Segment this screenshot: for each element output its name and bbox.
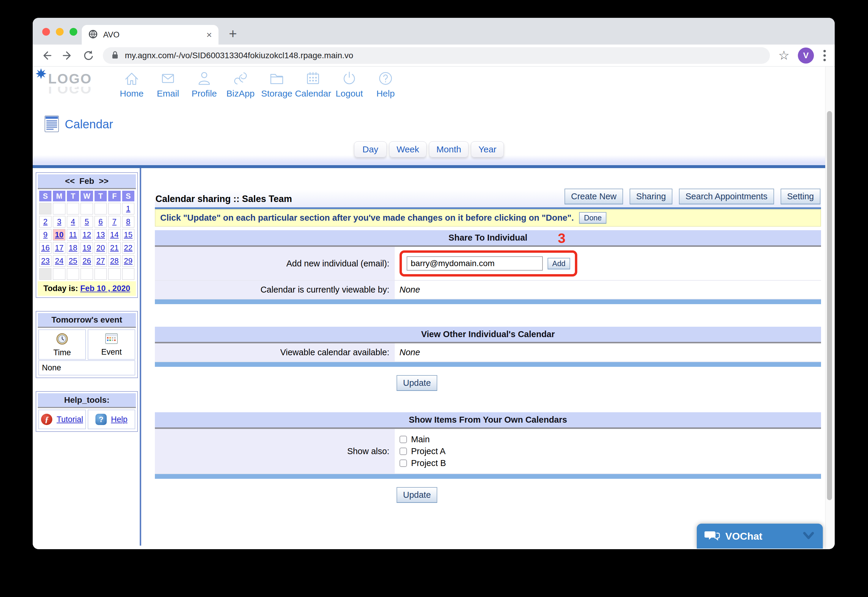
calendar-day-cell: 25 (67, 255, 79, 267)
close-window-button[interactable] (42, 28, 50, 36)
viewable-available-value: None (395, 343, 821, 361)
done-button[interactable]: Done (579, 212, 606, 224)
calendar-day-cell: 13 (95, 229, 107, 241)
calendar-day-link[interactable]: 22 (124, 243, 133, 252)
nav-item-label: Storage (261, 89, 292, 99)
next-month-button[interactable]: >> (99, 177, 109, 186)
email-input[interactable] (406, 256, 543, 270)
sharing-button[interactable]: Sharing (630, 189, 672, 204)
calendar-day-link[interactable]: 21 (110, 243, 119, 252)
calendar-day-link[interactable]: 3 (57, 217, 61, 226)
calendar-day-cell: 2 (39, 216, 51, 227)
tab-day[interactable]: Day (354, 141, 387, 157)
calendar-day-link[interactable]: 23 (41, 256, 50, 265)
notice-text: Click "Update" on each particular sectio… (160, 213, 574, 223)
calendar-day-link[interactable]: 17 (55, 243, 64, 252)
help-link[interactable]: Help (111, 415, 128, 424)
calendar-day-cell: 10 (53, 229, 65, 241)
tutorial-link[interactable]: Tutorial (57, 415, 83, 424)
help-badge-icon: ? (95, 414, 107, 425)
tab-week[interactable]: Week (389, 141, 427, 157)
calendar-empty-cell (80, 203, 93, 214)
browser-menu-kebab-icon[interactable] (822, 49, 827, 62)
vochat-widget[interactable]: VOChat (697, 524, 823, 549)
update-view-section-button[interactable]: Update (396, 375, 438, 391)
calendar-day-link[interactable]: 14 (110, 230, 119, 239)
forward-icon[interactable] (61, 49, 74, 62)
chevron-down-icon[interactable] (802, 531, 815, 542)
calendar-day-link[interactable]: 29 (124, 256, 133, 265)
update-show-section-button[interactable]: Update (396, 487, 438, 503)
calendar-day-link[interactable]: 7 (112, 217, 116, 226)
calendar-day-link[interactable]: 5 (85, 217, 89, 226)
today-link[interactable]: Feb 10 , 2020 (80, 284, 130, 293)
tab-month[interactable]: Month (429, 141, 469, 157)
calendar-day-link[interactable]: 13 (96, 230, 105, 239)
calendar-day-link[interactable]: 25 (68, 256, 77, 265)
calendar-week-row: 9101112131415 (39, 229, 134, 241)
calendar-day-link[interactable]: 9 (43, 230, 47, 239)
calendar-day-link[interactable]: 18 (68, 243, 77, 252)
add-button[interactable]: Add (548, 258, 570, 269)
checkbox-icon[interactable] (399, 436, 407, 443)
calendar-day-cell: 23 (39, 255, 51, 267)
calendar-day-link[interactable]: 1 (126, 204, 130, 213)
nav-item-profile[interactable]: Profile (186, 70, 222, 99)
zoom-window-button[interactable] (70, 28, 77, 36)
url-bar[interactable]: my.agnx.com/-/vo/SID600313304fokiuzokcl1… (103, 47, 770, 64)
calendar-day-link[interactable]: 2 (43, 217, 47, 226)
calendar-day-link[interactable]: 16 (41, 243, 50, 252)
show-option-project-b[interactable]: Project B (399, 457, 446, 469)
nav-item-bizapp[interactable]: BizApp (222, 70, 259, 99)
nav-item-logout[interactable]: Logout (331, 70, 368, 99)
browser-tab[interactable]: AVO × (82, 25, 219, 45)
show-option-main[interactable]: Main (399, 434, 446, 445)
nav-item-storage[interactable]: Storage (259, 70, 295, 99)
checkbox-icon[interactable] (399, 448, 407, 455)
tab-year[interactable]: Year (471, 141, 504, 157)
calendar-day-link[interactable]: 26 (83, 256, 91, 265)
tomorrow-event-cell: Event (88, 330, 135, 360)
address-bar-row: my.agnx.com/-/vo/SID600313304fokiuzokcl1… (33, 45, 835, 67)
create-new-button[interactable]: Create New (564, 189, 623, 204)
scrollbar-track[interactable] (825, 67, 833, 549)
back-icon[interactable] (40, 49, 53, 62)
checkbox-icon[interactable] (399, 459, 407, 467)
profile-avatar[interactable]: V (798, 48, 814, 64)
nav-item-email[interactable]: Email (150, 70, 186, 99)
prev-month-button[interactable]: << (65, 177, 75, 186)
calendar-day-link[interactable]: 19 (83, 243, 91, 252)
minimize-window-button[interactable] (56, 28, 64, 36)
calendar-day-link[interactable]: 20 (96, 243, 105, 252)
calendar-day-link[interactable]: 27 (96, 256, 105, 265)
calendar-day-link[interactable]: 28 (110, 256, 119, 265)
add-individual-label: Add new individual (email): (155, 247, 395, 280)
calendar-day-link[interactable]: 12 (83, 230, 91, 239)
calendar-empty-cell (53, 268, 65, 280)
calendar-day-link[interactable]: 15 (124, 230, 133, 239)
calendar-day-link[interactable]: 24 (55, 256, 64, 265)
bookmark-star-icon[interactable]: ☆ (778, 49, 789, 62)
calendar-day-link[interactable]: 4 (71, 217, 75, 226)
nav-item-help[interactable]: Help (368, 70, 403, 99)
person-icon (195, 70, 213, 89)
calendar-day-link[interactable]: 6 (98, 217, 103, 226)
section-page-title: Calendar sharing :: Sales Team (155, 194, 292, 204)
calendar-day-link[interactable]: 11 (69, 230, 77, 239)
reload-icon[interactable] (82, 49, 95, 62)
bizapp-swirl-icon (232, 70, 249, 89)
search-appointments-button[interactable]: Search Appointments (679, 189, 774, 204)
calendar-day-cell: 17 (53, 242, 65, 254)
view-tabs: DayWeekMonthYear (33, 138, 825, 155)
show-option-label: Project B (411, 458, 446, 468)
show-option-project-a[interactable]: Project A (399, 446, 446, 457)
setting-button[interactable]: Setting (781, 189, 820, 204)
annotation-highlight-box: Add (399, 250, 577, 276)
tab-close-icon[interactable]: × (206, 30, 212, 40)
scrollbar-thumb[interactable] (827, 111, 832, 500)
nav-item-home[interactable]: Home (113, 70, 150, 99)
calendar-day-link[interactable]: 10 (55, 230, 64, 239)
nav-item-calendar[interactable]: Calendar (295, 70, 331, 99)
new-tab-button[interactable]: + (229, 27, 237, 40)
calendar-day-link[interactable]: 8 (126, 217, 130, 226)
